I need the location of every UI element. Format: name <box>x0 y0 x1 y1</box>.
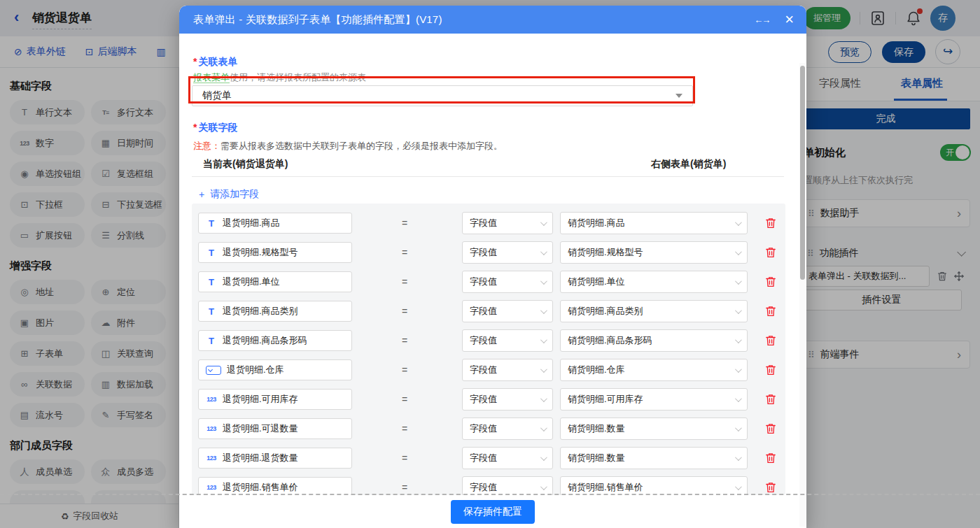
text-field-icon: T <box>206 218 217 229</box>
source-form-select[interactable]: 销货单 <box>192 85 693 106</box>
select-field-icon <box>206 366 221 375</box>
text-field-icon: T <box>206 306 217 317</box>
modal-title: 表单弹出 - 关联数据到子表单【功能插件配置】(V17) <box>193 13 442 27</box>
delete-row-icon[interactable] <box>764 481 777 494</box>
mapping-row: 123退货明细.可用库存=字段值销货明细.可用库存 <box>198 389 785 410</box>
plugin-config-modal: 表单弹出 - 关联数据到子表单【功能插件配置】(V17) ←→ × *关联表单 … <box>179 6 806 528</box>
delete-row-icon[interactable] <box>764 305 777 317</box>
source-field-select[interactable]: 销货明细.销售单价 <box>560 476 748 495</box>
chevron-down-icon <box>540 483 547 490</box>
chevron-down-icon <box>540 278 547 285</box>
chevron-down-icon <box>540 219 547 226</box>
chevron-down-icon <box>540 336 547 343</box>
source-field-select[interactable]: 销货明细.商品类别 <box>560 300 748 322</box>
current-table-field[interactable]: 123退货明细.可用库存 <box>198 389 352 410</box>
text-field-icon: T <box>206 336 217 346</box>
mapping-row: 123退货明细.销售单价=字段值销货明细.销售单价 <box>198 477 785 495</box>
number-field-icon: 123 <box>206 455 217 462</box>
number-field-icon: 123 <box>206 425 217 432</box>
value-type-select[interactable]: 字段值 <box>462 359 553 381</box>
mapping-row: T退货明细.单位=字段值销货明细.单位 <box>198 271 785 292</box>
chevron-down-icon <box>735 454 742 461</box>
mapping-row: 退货明细.仓库=字段值销货明细.仓库 <box>198 359 785 380</box>
chevron-down-icon <box>540 454 547 461</box>
hint-green: 报表菜单 <box>193 72 230 83</box>
source-field-select[interactable]: 销货明细.单位 <box>560 271 748 293</box>
related-fields-label: *关联字段 <box>193 122 237 134</box>
equals-operator: = <box>394 306 415 317</box>
expand-icon[interactable]: ←→ <box>754 15 769 25</box>
equals-operator: = <box>394 423 415 434</box>
source-field-select[interactable]: 销货明细.数量 <box>560 447 748 469</box>
delete-row-icon[interactable] <box>764 393 777 406</box>
close-icon[interactable]: × <box>785 13 794 27</box>
delete-row-icon[interactable] <box>764 334 777 347</box>
divider <box>192 176 784 177</box>
modal-footer: 保存插件配置 <box>179 495 806 528</box>
chevron-down-icon <box>735 483 742 490</box>
field-mapping-list: T退货明细.商品=字段值销货明细.商品T退货明细.规格型号=字段值销货明细.规格… <box>192 204 785 495</box>
value-type-select[interactable]: 字段值 <box>462 447 553 469</box>
value-type-select[interactable]: 字段值 <box>462 418 553 440</box>
current-table-field[interactable]: 123退货明细.销售单价 <box>198 477 352 495</box>
current-table-field[interactable]: T退货明细.商品条形码 <box>198 330 352 351</box>
delete-row-icon[interactable] <box>764 422 777 435</box>
chevron-down-icon <box>735 278 742 285</box>
value-type-select[interactable]: 字段值 <box>462 388 553 411</box>
source-form-value: 销货单 <box>202 90 232 102</box>
equals-operator: = <box>394 247 415 258</box>
modal-scrollbar-thumb[interactable] <box>800 66 805 280</box>
mapping-row: 123退货明细.可退数量=字段值销货明细.数量 <box>198 418 785 439</box>
source-field-select[interactable]: 销货明细.商品 <box>560 212 748 234</box>
add-field-link[interactable]: + 请添加字段 <box>199 188 259 201</box>
chevron-down-icon <box>735 395 742 402</box>
chevron-down-icon <box>735 366 742 373</box>
current-table-field[interactable]: 123退货明细.可退数量 <box>198 418 352 439</box>
number-field-icon: 123 <box>206 484 217 491</box>
modal-header: 表单弹出 - 关联数据到子表单【功能插件配置】(V17) ←→ × <box>179 6 806 34</box>
source-field-select[interactable]: 销货明细.商品条形码 <box>560 329 748 352</box>
delete-row-icon[interactable] <box>764 364 777 376</box>
chevron-down-icon <box>735 219 742 226</box>
source-field-select[interactable]: 销货明细.规格型号 <box>560 241 748 264</box>
delete-row-icon[interactable] <box>764 452 777 464</box>
current-table-field[interactable]: 123退货明细.退货数量 <box>198 448 352 469</box>
plus-icon: + <box>199 189 204 200</box>
current-table-field[interactable]: T退货明细.单位 <box>198 271 352 292</box>
chevron-down-icon <box>540 366 547 373</box>
value-type-select[interactable]: 字段值 <box>462 271 553 293</box>
mapping-row: 123退货明细.退货数量=字段值销货明细.数量 <box>198 448 785 469</box>
equals-operator: = <box>394 394 415 405</box>
current-table-field[interactable]: 退货明细.仓库 <box>198 359 352 380</box>
source-field-select[interactable]: 销货明细.数量 <box>560 418 748 440</box>
value-type-select[interactable]: 字段值 <box>462 241 553 264</box>
current-table-field[interactable]: T退货明细.商品类别 <box>198 301 352 322</box>
value-type-select[interactable]: 字段值 <box>462 300 553 322</box>
equals-operator: = <box>394 217 415 229</box>
chevron-down-icon <box>735 424 742 431</box>
chevron-down-icon <box>735 336 742 343</box>
column-right-form: 右侧表单(销货单) <box>651 158 726 171</box>
value-type-select[interactable]: 字段值 <box>462 329 553 352</box>
value-type-select[interactable]: 字段值 <box>462 212 553 234</box>
mapping-row: T退货明细.规格型号=字段值销货明细.规格型号 <box>198 242 785 263</box>
delete-row-icon[interactable] <box>764 276 777 288</box>
equals-operator: = <box>394 276 415 287</box>
mapping-row: T退货明细.商品=字段值销货明细.商品 <box>198 213 785 234</box>
current-table-field[interactable]: T退货明细.规格型号 <box>198 242 352 263</box>
number-field-icon: 123 <box>206 396 217 403</box>
delete-row-icon[interactable] <box>764 246 777 259</box>
related-form-hint: 报表菜单使用，请选择报表所配置的来源表 <box>193 71 366 84</box>
text-field-icon: T <box>206 248 217 258</box>
equals-operator: = <box>394 364 415 376</box>
source-field-select[interactable]: 销货明细.可用库存 <box>560 388 748 411</box>
caret-down-icon <box>676 94 682 98</box>
save-plugin-config-button[interactable]: 保存插件配置 <box>451 500 535 524</box>
delete-row-icon[interactable] <box>764 217 777 229</box>
current-table-field[interactable]: T退货明细.商品 <box>198 213 352 234</box>
value-type-select[interactable]: 字段值 <box>462 476 553 495</box>
source-field-select[interactable]: 销货明细.仓库 <box>560 359 748 381</box>
equals-operator: = <box>394 482 415 493</box>
chevron-down-icon <box>540 307 547 314</box>
chevron-down-icon <box>735 307 742 314</box>
